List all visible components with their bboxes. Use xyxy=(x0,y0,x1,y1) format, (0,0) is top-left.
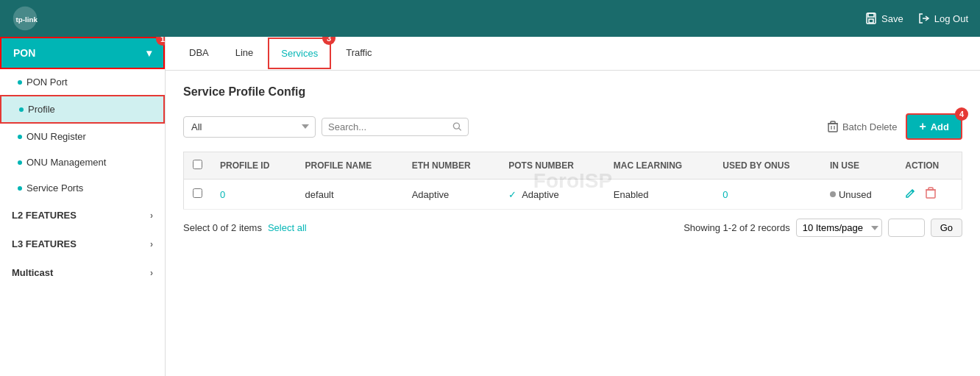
main-layout: PON ▾ 1 PON Port Profile ONU Register ON… xyxy=(0,37,980,376)
page-content: Service Profile Config All xyxy=(166,71,980,376)
tab-services[interactable]: Services 3 xyxy=(268,38,331,69)
go-button[interactable]: Go xyxy=(931,219,962,237)
cell-in-use: Unused xyxy=(821,180,896,210)
delete-button[interactable] xyxy=(926,187,936,202)
logo: tp-link xyxy=(12,5,38,32)
tab-dba[interactable]: DBA xyxy=(177,38,221,68)
sidebar-section-multicast[interactable]: Multicast › xyxy=(0,258,165,287)
table-wrapper: ForoISP PROFILE ID PROFILE NAME ETH NUMB… xyxy=(183,152,962,210)
sidebar-dropdown-label: PON xyxy=(13,47,35,59)
toolbar: All xyxy=(183,113,962,140)
footer-right: Showing 1-2 of 2 records 10 Items/page G… xyxy=(683,219,962,237)
data-table: PROFILE ID PROFILE NAME ETH NUMBER POTS … xyxy=(183,152,962,210)
sidebar-badge: 1 xyxy=(156,37,166,46)
sidebar-item-onu-register-label: ONU Register xyxy=(26,131,86,142)
tab-services-label: Services xyxy=(281,48,318,59)
sidebar-section-l2[interactable]: L2 FEATURES › xyxy=(0,201,165,230)
col-mac-learning: MAC LEARNING xyxy=(605,152,714,180)
add-button-badge: 4 xyxy=(955,107,968,121)
save-label: Save xyxy=(881,13,903,24)
sidebar-item-onu-management-label: ONU Management xyxy=(26,157,106,168)
tab-line[interactable]: Line xyxy=(224,38,266,68)
header: tp-link Save Log Out xyxy=(0,0,980,37)
svg-text:tp-link: tp-link xyxy=(15,15,38,24)
svg-rect-8 xyxy=(828,124,837,132)
used-by-onus-link[interactable]: 0 xyxy=(722,189,728,200)
dot-icon xyxy=(18,135,22,139)
dot-icon xyxy=(19,107,24,112)
filter-select[interactable]: All xyxy=(183,116,316,138)
col-in-use: IN USE xyxy=(821,152,896,180)
cell-profile-name: default xyxy=(297,180,403,210)
trash-icon xyxy=(828,121,838,132)
add-button[interactable]: + Add 4 xyxy=(906,113,962,140)
select-count-label: Select 0 of 2 items xyxy=(183,222,262,233)
sidebar-section-l2-label: L2 FEATURES xyxy=(12,210,77,221)
row-checkbox[interactable] xyxy=(193,188,202,198)
sidebar-item-pon-port-label: PON Port xyxy=(26,77,68,88)
sidebar-item-profile-label: Profile xyxy=(28,104,55,115)
showing-label: Showing 1-2 of 2 records xyxy=(683,222,790,233)
col-eth-number: ETH NUMBER xyxy=(403,152,500,180)
chevron-right-icon: › xyxy=(150,239,153,249)
table-body: 0 default Adaptive ✓ Adaptive Enabled 0 xyxy=(184,180,962,210)
action-icons xyxy=(905,187,953,202)
status-dot-icon xyxy=(830,191,836,197)
sidebar-section-multicast-label: Multicast xyxy=(12,267,53,278)
svg-rect-3 xyxy=(868,13,874,17)
dot-icon xyxy=(18,186,22,191)
tab-traffic-label: Traffic xyxy=(346,47,372,58)
page-size-select[interactable]: 10 Items/page xyxy=(796,219,882,237)
select-all-header[interactable] xyxy=(184,152,212,180)
col-profile-name: PROFILE NAME xyxy=(297,152,403,180)
col-pots-number: POTS NUMBER xyxy=(500,152,605,180)
svg-rect-14 xyxy=(926,190,935,198)
content: DBA Line Services 3 Traffic Service Prof… xyxy=(166,37,980,376)
sidebar-item-onu-register[interactable]: ONU Register xyxy=(0,124,165,149)
sidebar: PON ▾ 1 PON Port Profile ONU Register ON… xyxy=(0,37,166,376)
tabs-bar: DBA Line Services 3 Traffic xyxy=(166,37,980,71)
col-profile-id: PROFILE ID xyxy=(211,152,297,180)
select-all-link[interactable]: Select all xyxy=(268,222,307,233)
add-label: Add xyxy=(931,121,949,132)
svg-rect-10 xyxy=(831,121,835,124)
sidebar-section-l3[interactable]: L3 FEATURES › xyxy=(0,230,165,258)
svg-rect-4 xyxy=(869,19,873,23)
dot-icon xyxy=(18,160,22,165)
page-go-input[interactable] xyxy=(888,219,925,237)
plus-icon: + xyxy=(919,120,926,133)
select-all-checkbox[interactable] xyxy=(193,160,202,169)
logout-icon xyxy=(918,13,930,24)
batch-delete-label: Batch Delete xyxy=(842,121,897,132)
cell-eth-number: Adaptive xyxy=(403,180,500,210)
header-actions: Save Log Out xyxy=(865,13,968,24)
sidebar-dropdown-pon[interactable]: PON ▾ 1 xyxy=(0,37,165,69)
logout-button[interactable]: Log Out xyxy=(918,13,968,24)
sidebar-item-service-ports[interactable]: Service Ports xyxy=(0,175,165,201)
sidebar-item-profile[interactable]: Profile xyxy=(0,95,165,124)
col-action: ACTION xyxy=(896,152,962,180)
cell-profile-id: 0 xyxy=(211,180,297,210)
toolbar-right: Batch Delete + Add 4 xyxy=(828,113,962,140)
table-row: 0 default Adaptive ✓ Adaptive Enabled 0 xyxy=(184,180,962,210)
in-use-label: Unused xyxy=(839,189,872,200)
sidebar-item-onu-management[interactable]: ONU Management xyxy=(0,149,165,175)
search-input[interactable] xyxy=(328,121,448,132)
page-title: Service Profile Config xyxy=(183,85,962,99)
profile-id-link[interactable]: 0 xyxy=(220,189,225,200)
save-button[interactable]: Save xyxy=(865,13,903,24)
cell-used-by-onus: 0 xyxy=(714,180,821,210)
row-checkbox-cell[interactable] xyxy=(184,180,212,210)
edit-button[interactable] xyxy=(905,187,917,202)
tab-traffic[interactable]: Traffic xyxy=(334,38,383,68)
cell-action xyxy=(896,180,962,210)
logo-icon: tp-link xyxy=(12,5,38,32)
svg-line-7 xyxy=(459,128,461,130)
table-header-row: PROFILE ID PROFILE NAME ETH NUMBER POTS … xyxy=(184,152,962,180)
logout-label: Log Out xyxy=(934,13,968,24)
table-footer: Select 0 of 2 items Select all Showing 1… xyxy=(183,210,962,246)
sidebar-item-pon-port[interactable]: PON Port xyxy=(0,69,165,95)
status-badge: Unused xyxy=(830,189,872,200)
batch-delete-button[interactable]: Batch Delete xyxy=(828,121,897,132)
cell-mac-learning: Enabled xyxy=(605,180,714,210)
